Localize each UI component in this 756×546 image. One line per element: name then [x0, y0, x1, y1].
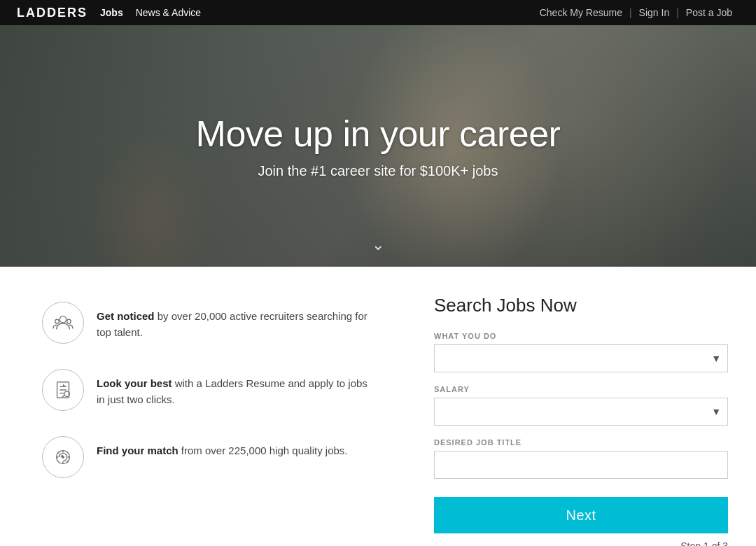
feature-best-icon — [42, 369, 84, 411]
navbar: LADDERS Jobs News & Advice Check My Resu… — [0, 0, 756, 25]
what-you-do-select[interactable]: Engineering Marketing Finance Sales — [434, 344, 728, 372]
feature-match-bold: Find your match — [97, 444, 178, 456]
salary-wrapper: $100K+ $150K+ $200K+ ▼ — [434, 398, 728, 426]
nav-news-link[interactable]: News & Advice — [136, 7, 201, 18]
hero-title: Move up in your career — [196, 113, 561, 155]
nav-sign-in-link[interactable]: Sign In — [632, 7, 677, 18]
next-button[interactable]: Next — [434, 497, 728, 533]
svg-point-1 — [55, 319, 59, 323]
recruiter-icon — [52, 312, 74, 333]
svg-point-16 — [62, 456, 64, 458]
hero-content: Move up in your career Join the #1 caree… — [196, 113, 561, 179]
svg-point-2 — [67, 319, 71, 323]
feature-match-text: Find your match from over 225,000 high q… — [97, 436, 348, 459]
hero-subtitle: Join the #1 career site for $100K+ jobs — [196, 163, 561, 179]
desired-job-title-group: DESIRED JOB TITLE — [434, 438, 728, 479]
what-you-do-group: WHAT YOU DO Engineering Marketing Financ… — [434, 332, 728, 372]
resume-icon — [52, 379, 74, 400]
match-icon — [52, 447, 74, 468]
salary-label: SALARY — [434, 385, 728, 393]
feature-match-icon — [42, 436, 84, 478]
what-you-do-wrapper: Engineering Marketing Finance Sales ▼ — [434, 344, 728, 372]
logo: LADDERS — [17, 6, 88, 20]
nav-check-resume-link[interactable]: Check My Resume — [533, 7, 629, 18]
svg-marker-7 — [63, 384, 66, 387]
nav-right: Check My Resume | Sign In | Post a Job — [533, 7, 739, 18]
salary-select[interactable]: $100K+ $150K+ $200K+ — [434, 398, 728, 426]
desired-job-title-label: DESIRED JOB TITLE — [434, 438, 728, 447]
svg-point-0 — [59, 316, 66, 323]
hero-section: Move up in your career Join the #1 caree… — [0, 25, 756, 267]
feature-noticed: Get noticed by over 20,000 active recrui… — [42, 302, 378, 344]
hero-scroll-chevron[interactable]: ⌄ — [372, 236, 384, 254]
desired-job-title-input[interactable] — [434, 451, 728, 479]
nav-jobs-link[interactable]: Jobs — [100, 7, 123, 18]
search-form-title: Search Jobs Now — [434, 295, 728, 316]
main-content: Get noticed by over 20,000 active recrui… — [0, 267, 756, 546]
feature-noticed-icon — [42, 302, 84, 344]
step-indicator: Step 1 of 3 — [434, 540, 728, 546]
feature-match: Find your match from over 225,000 high q… — [42, 436, 378, 478]
search-form: Search Jobs Now WHAT YOU DO Engineering … — [434, 295, 728, 546]
what-you-do-label: WHAT YOU DO — [434, 332, 728, 340]
salary-group: SALARY $100K+ $150K+ $200K+ ▼ — [434, 385, 728, 426]
features-list: Get noticed by over 20,000 active recrui… — [42, 295, 378, 546]
nav-links: Jobs News & Advice — [100, 7, 533, 18]
feature-best-bold: Look your best — [97, 377, 172, 389]
nav-post-job-link[interactable]: Post a Job — [679, 7, 739, 18]
feature-best: Look your best with a Ladders Resume and… — [42, 369, 378, 411]
feature-noticed-text: Get noticed by over 20,000 active recrui… — [97, 302, 378, 340]
feature-best-text: Look your best with a Ladders Resume and… — [97, 369, 378, 407]
feature-noticed-bold: Get noticed — [97, 310, 155, 322]
